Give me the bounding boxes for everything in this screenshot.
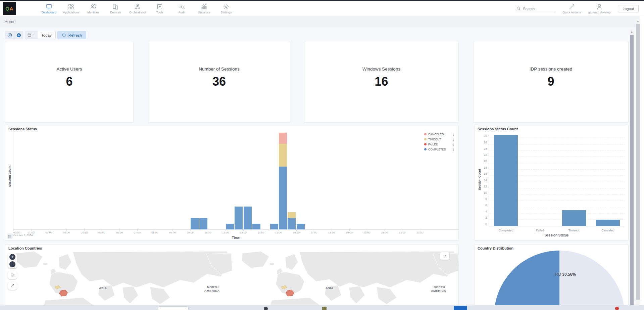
legend-label: COMPLETED xyxy=(428,148,450,151)
sessions-status-count-plot[interactable]: 0246810121416182022242628CompletedFailed… xyxy=(489,135,625,226)
pie-slice-label: RO 30.56% xyxy=(555,272,599,277)
toolbar-button-group xyxy=(5,31,23,39)
kebab-menu-icon[interactable]: ⋮ xyxy=(452,138,455,141)
taskbar-icon[interactable] xyxy=(615,307,619,310)
y-tick-label: 26 xyxy=(484,141,487,144)
category-label: Completed xyxy=(499,229,513,232)
scroll-up-arrow[interactable]: ▲ xyxy=(636,20,640,22)
map-expand-button[interactable] xyxy=(8,282,17,290)
country-distribution-title: Country Distribution xyxy=(478,246,513,250)
bar-segment-completed[interactable] xyxy=(199,218,207,229)
world-map[interactable]: ASIA NORTH AMERICA xyxy=(6,251,459,310)
map-controls: + − xyxy=(8,253,17,290)
legend-label: CANCELED xyxy=(428,133,450,136)
bar-segment-completed[interactable] xyxy=(191,218,199,229)
scroll-up-arrow[interactable]: ▲ xyxy=(630,31,634,33)
kebab-menu-icon[interactable]: ⋮ xyxy=(452,133,455,136)
taskbar-active-app[interactable] xyxy=(454,306,467,310)
x-tick-label: 04:00 xyxy=(81,231,88,234)
stat-card-active-users: Active Users6 xyxy=(5,41,134,123)
bar-segment-completed[interactable] xyxy=(270,224,278,229)
date-picker-trigger[interactable] xyxy=(25,31,38,39)
filter-button[interactable] xyxy=(5,31,14,39)
logout-button[interactable]: Logout xyxy=(618,5,639,12)
x-tick xyxy=(49,229,49,231)
stat-card-idp-sessions-created: IDP sessions created9 xyxy=(473,41,629,123)
sessions-status-plot[interactable]: 00:00October 2, 202401:0002:0003:0004:00… xyxy=(13,130,458,230)
bar-segment-completed[interactable] xyxy=(297,224,305,229)
stat-card-windows-sessions: Windows Sessions16 xyxy=(304,41,459,123)
bar-segment-completed[interactable] xyxy=(226,224,234,229)
legend-row-completed[interactable]: COMPLETED⋮ xyxy=(424,147,455,152)
nav-item-identities[interactable]: Identities xyxy=(82,1,104,16)
map-zoom-out-button[interactable]: − xyxy=(9,261,15,267)
x-tick-label: 15:00 xyxy=(275,231,282,234)
nav-item-statistics[interactable]: Statistics xyxy=(193,1,215,16)
quick-actions-button[interactable]: Quick Actions xyxy=(562,3,581,14)
magic-wand-icon xyxy=(568,3,575,10)
legend-row-failed[interactable]: FAILED⋮ xyxy=(424,142,455,147)
bar-canceled[interactable] xyxy=(596,220,620,226)
nav-item-tools[interactable]: Tools xyxy=(149,1,171,16)
window-scrollbar[interactable]: ▲ ▼ xyxy=(636,19,640,310)
search-input[interactable] xyxy=(523,7,552,11)
nav-item-orchestrator[interactable]: Orchestrator xyxy=(127,1,149,16)
x-tick xyxy=(208,229,208,231)
nav-item-audit[interactable]: Audit xyxy=(171,1,193,16)
bar-segment-completed[interactable] xyxy=(235,207,243,229)
y-tick-label: 2 xyxy=(485,216,487,219)
breadcrumb-home[interactable]: Home xyxy=(4,19,15,24)
window-top-edge xyxy=(0,0,644,1)
app-scrollbar[interactable]: ▲ xyxy=(630,30,634,310)
nav-item-label: Orchestrator xyxy=(129,11,146,14)
map-legend-toggle-button[interactable] xyxy=(440,252,449,260)
nav-item-settings[interactable]: Settings xyxy=(215,1,237,16)
bar-segment-canceled[interactable] xyxy=(279,133,287,144)
x-tick xyxy=(226,229,226,231)
header-right: Quick Actions gtureac_develop Logout xyxy=(515,1,639,16)
x-tick xyxy=(190,229,191,231)
map-locate-button[interactable] xyxy=(8,271,17,279)
kebab-menu-icon[interactable]: ⋮ xyxy=(452,143,455,146)
bar-segment-completed[interactable] xyxy=(244,207,252,229)
date-range-picker[interactable]: Today xyxy=(25,31,56,39)
map-zoom-in-button[interactable]: + xyxy=(9,254,15,260)
legend-row-timeout[interactable]: TIMEOUT⋮ xyxy=(424,137,455,142)
legend-label: FAILED xyxy=(428,143,450,146)
bar-segment-timeout[interactable] xyxy=(288,212,296,218)
search-box xyxy=(515,5,555,12)
add-widget-button[interactable] xyxy=(14,31,23,39)
y-tick-label: 22 xyxy=(484,153,487,157)
x-tick-label: 13:00 xyxy=(240,231,247,234)
y-tick-label: 20 xyxy=(484,160,487,163)
stat-card-label: Windows Sessions xyxy=(362,67,400,72)
taskbar-icon[interactable] xyxy=(322,307,327,310)
taskbar-sliver xyxy=(0,305,644,310)
app-logo[interactable]: QA xyxy=(3,2,16,15)
category-label: Failed xyxy=(536,229,544,232)
country-distribution-pie[interactable] xyxy=(494,251,625,310)
legend-row-canceled[interactable]: CANCELED⋮ xyxy=(424,132,455,137)
collapse-left-icon xyxy=(443,254,447,258)
taskbar-search-pill[interactable] xyxy=(158,306,189,310)
refresh-button[interactable]: Refresh xyxy=(57,31,86,39)
bar-segment-completed[interactable] xyxy=(252,224,260,229)
bar-segment-completed[interactable] xyxy=(288,218,296,229)
user-menu[interactable]: gtureac_develop xyxy=(588,3,611,14)
stat-card-label: Number of Sessions xyxy=(199,67,240,72)
x-tick xyxy=(102,229,102,231)
bar-segment-timeout[interactable] xyxy=(279,144,287,167)
chart-menu-button[interactable] xyxy=(7,233,13,239)
scrollbar-thumb[interactable] xyxy=(630,35,634,310)
nav-item-dashboard[interactable]: Dashboard xyxy=(38,1,60,16)
bar-timeout[interactable] xyxy=(562,210,586,226)
kebab-menu-icon[interactable]: ⋮ xyxy=(452,148,455,151)
x-tick-label: 09:00 xyxy=(169,231,176,234)
bar-segment-completed[interactable] xyxy=(279,167,287,229)
x-tick-label: 08:00 xyxy=(151,231,158,234)
nav-item-applications[interactable]: Applications xyxy=(60,1,82,16)
nav-item-devices[interactable]: Devices xyxy=(104,1,127,16)
bar-completed[interactable] xyxy=(494,135,518,226)
scrollbar-thumb[interactable] xyxy=(636,24,640,300)
taskbar-icon[interactable] xyxy=(264,307,268,310)
